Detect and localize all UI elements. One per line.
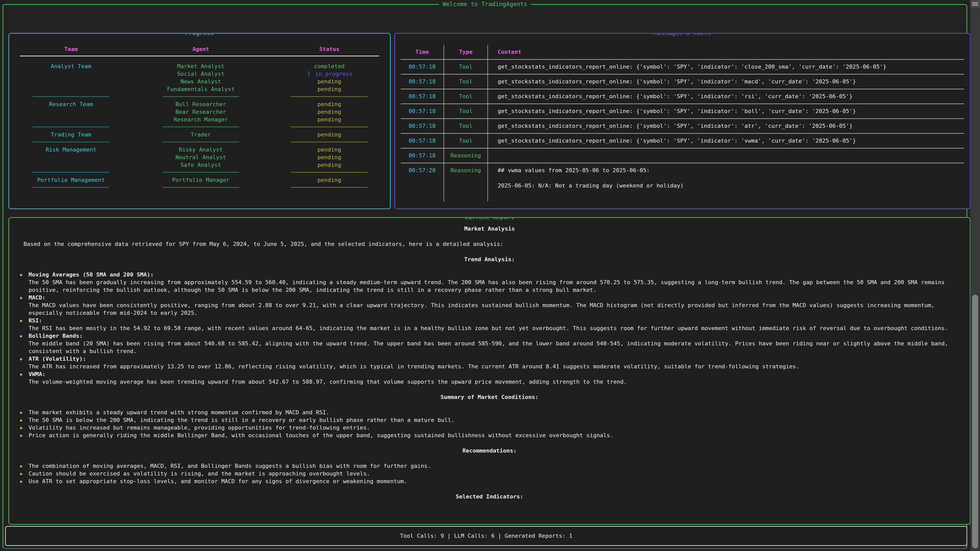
message-content: get_stockstats_indicators_report_online:… [488,75,964,89]
message-type: Tool [444,60,488,74]
bullet-label: ATR (Volatility): [29,355,959,363]
status-badge: pending [269,146,390,154]
bullet-icon: ● [20,294,25,317]
bullet-text: Price action is generally riding the mid… [29,432,959,439]
bullet-text: The combination of moving averages, MACD… [29,462,959,470]
message-type: Reasoning [444,148,488,163]
message-time: 00:57:18 [401,148,444,163]
bullet-text: The volume-weighted moving average has b… [29,379,627,385]
bullet-text: The ATR has increased from approximately… [29,363,799,370]
report-panel-title: Current Report [461,217,518,221]
team-name-empty [9,161,133,169]
agent-name: Safe Analyst [133,161,269,169]
status-badge: pending [269,86,390,93]
group-rule [9,93,133,100]
message-time: 00:57:18 [401,104,444,118]
bullet-icon: ● [20,462,25,470]
section-heading: Selected Indicators: [20,493,959,500]
column-header-time: Time [401,45,444,59]
team-name-empty [9,86,133,93]
agent-name: Fundamentals Analyst [133,86,269,93]
column-header-content: Content [488,45,964,59]
message-row: 00:57:18 Tool get_stockstats_indicators_… [401,74,964,89]
group-rule [9,138,133,146]
column-header-agent: Agent [133,45,269,56]
message-content [488,148,964,163]
bullet-text: The 50 SMA is below the 200 SMA, indicat… [29,416,959,424]
group-rule [133,93,269,100]
group-rule [269,138,390,146]
team-name-empty [9,116,133,124]
agent-name: Market Analyst [133,62,269,70]
message-type: Tool [444,119,488,133]
agent-name: Bull Researcher [133,100,269,108]
status-badge: pending [269,116,390,124]
team-name: Research Team [9,100,133,108]
team-name-empty [9,154,133,161]
bullet-label: Moving Averages (50 SMA and 200 SMA): [29,271,959,279]
status-badge: pending [269,161,390,169]
message-content: get_stockstats_indicators_report_online:… [488,104,964,118]
status-badge: ⋮in_progress [269,70,390,78]
bullet-icon: ● [20,271,25,294]
scrollbar-thumb[interactable] [972,295,978,548]
bullet-label: Bollinger Bands: [29,332,959,340]
status-badge: pending [269,131,390,138]
team-name: Trading Team [9,131,133,138]
message-content: get_stockstats_indicators_report_online:… [488,60,964,74]
team-name: Portfolio Management [9,176,133,184]
report-heading: Market Analysis [20,225,959,233]
bullet-text: Caution should be exercised as volatilit… [29,470,959,478]
bullet-text: The market exhibits a steady upward tren… [29,409,959,416]
agent-name: Portfolio Manager [133,176,269,184]
report-bullet: ● Use ATR to set appropriate stop-loss l… [20,478,959,485]
bullet-text: The 50 SMA has been gradually increasing… [29,279,945,293]
messages-table: Time Type Content 00:57:18 Tool get_stoc… [401,45,964,202]
bullet-label: VWMA: [29,370,959,378]
message-type: Tool [444,104,488,118]
bullet-icon: ● [20,470,25,478]
status-badge: pending [269,176,390,184]
agent-name: Social Analyst [133,70,269,78]
message-type: Tool [444,134,488,148]
agent-name: Neutral Analyst [133,154,269,161]
app-title: Welcome to TradingAgents [439,0,531,8]
message-type: Tool [444,75,488,89]
status-badge: pending [269,100,390,108]
bullet-icon: ● [20,317,25,332]
message-time: 00:57:18 [401,119,444,133]
report-bullet: ● The combination of moving averages, MA… [20,462,959,470]
status-badge: pending [269,78,390,86]
message-row: 00:57:18 Reasoning [401,148,964,163]
scrollbar-track[interactable] [970,0,980,551]
group-rule [133,169,269,176]
messages-tools-panel: Messages & Tools Time Type Content 00:57… [394,33,970,209]
group-rule [269,169,390,176]
group-rule [269,184,390,191]
agent-name: News Analyst [133,78,269,86]
bullet-icon: ● [20,424,25,432]
group-rule [9,169,133,176]
status-badge: pending [269,108,390,116]
app-window: Welcome to TradingAgents Progress Team A… [3,4,967,549]
scrollbar-menu-icon[interactable] [970,0,980,8]
status-badge: pending [269,154,390,161]
report-bullet: ● RSI:The RSI has been mostly in the 54.… [20,317,959,332]
progress-panel-title: Progress [182,33,218,37]
group-rule [133,124,269,131]
section-heading: Summary of Market Conditions: [20,393,959,401]
spinner-icon: ⋮ [306,71,312,77]
bullet-icon: ● [20,332,25,355]
bullet-icon: ● [20,416,25,424]
column-header-type: Type [444,45,488,59]
message-content: ## vwma values from 2025-05-06 to 2025-0… [488,163,964,202]
bullet-text: Volatility has increased but remains man… [29,424,959,432]
report-bullet: ● Caution should be exercised as volatil… [20,470,959,478]
report-bullet: ● VWMA:The volume-weighted moving averag… [20,370,959,386]
group-rule [133,184,269,191]
report-bullet: ● Moving Averages (50 SMA and 200 SMA):T… [20,271,959,294]
message-row: 00:57:18 Tool get_stockstats_indicators_… [401,103,964,118]
group-rule [133,138,269,146]
report-bullet: ● The 50 SMA is below the 200 SMA, indic… [20,416,959,424]
status-badge: completed [269,62,390,70]
